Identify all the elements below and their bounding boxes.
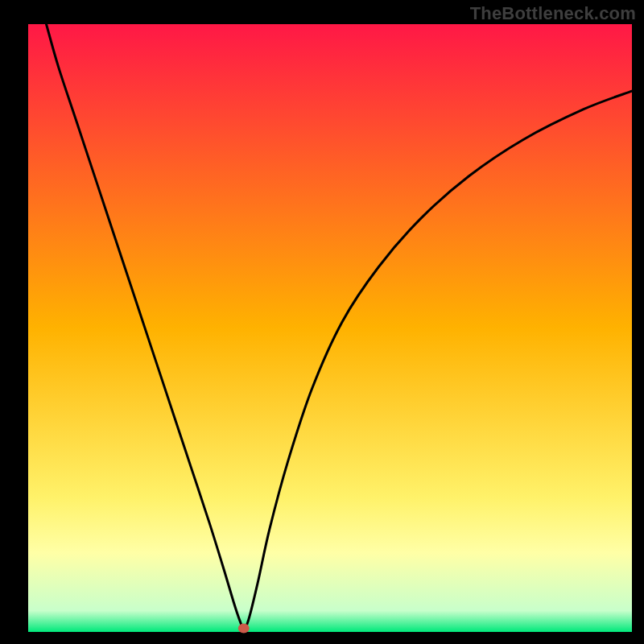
- plot-area: [28, 24, 632, 632]
- chart-frame: TheBottleneck.com: [0, 0, 644, 644]
- optimal-point-marker: [238, 624, 250, 634]
- bottleneck-chart: [0, 0, 644, 644]
